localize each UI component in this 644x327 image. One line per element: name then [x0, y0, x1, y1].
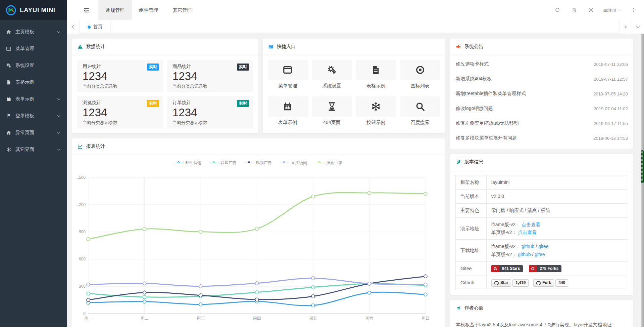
chart-legend: 邮件营销联盟广告视频广告直接访问搜索引擎	[77, 157, 440, 166]
calendar-icon	[6, 96, 12, 102]
stat-label: 用户统计	[83, 64, 158, 70]
quick-entry-icon-list[interactable]: 图标列表	[400, 60, 440, 89]
svg-text:周日: 周日	[422, 316, 430, 321]
refresh-button[interactable]	[549, 0, 566, 20]
quick-entry-button-demo[interactable]: 按钮示例	[356, 96, 396, 126]
demo-iframe-link[interactable]: 点击查看	[522, 222, 540, 227]
stat-value: 1234	[172, 106, 248, 119]
card-title: 版本信息	[464, 159, 483, 165]
brand-logo[interactable]: LAYUI MINI	[0, 0, 67, 20]
sidebar-item-menu-manage[interactable]: 菜单管理	[0, 40, 67, 57]
quick-entry-table-demo[interactable]: 表格示例	[356, 60, 396, 89]
legend-item[interactable]: 邮件营销	[175, 160, 201, 166]
notice-time: 2019-07-04 11:02	[594, 106, 628, 111]
notice-text: 修复多模块菜单栏展开有问题	[456, 135, 517, 141]
gitee-icon: G	[491, 265, 499, 272]
stat-box-views: 浏览统计 1234 当前分类总记录数 实时	[77, 96, 163, 128]
legend-item[interactable]: 视频广告	[245, 160, 272, 166]
calendar-icon	[283, 101, 293, 112]
quick-entry-system-settings[interactable]: 系统设置	[312, 60, 352, 89]
card-title: 数据统计	[86, 44, 105, 50]
github-star-count[interactable]: 1,419	[512, 279, 529, 287]
trash-icon	[572, 7, 577, 13]
download-gitee-link[interactable]: gitee	[538, 244, 548, 249]
quick-entry-label: 按钮示例	[356, 120, 396, 126]
more-menu-button[interactable]	[628, 0, 639, 20]
status-badge: 实时	[147, 100, 159, 107]
hourglass-icon	[327, 101, 337, 112]
stat-desc: 当前分类总记录数	[172, 83, 248, 89]
download-gitee-link[interactable]: gitee	[535, 252, 545, 257]
legend-label: 视频广告	[256, 160, 272, 166]
user-menu[interactable]: admin	[599, 0, 628, 20]
nav-tab-general[interactable]: 常规管理	[98, 0, 132, 20]
dots-vertical-icon	[631, 7, 636, 13]
legend-item[interactable]: 联盟广告	[210, 160, 237, 166]
scrollbar-thumb[interactable]	[641, 150, 644, 183]
chevron-down-icon	[636, 25, 640, 29]
gears-icon	[6, 63, 12, 68]
fullscreen-button[interactable]	[583, 0, 599, 20]
notice-time: 2019-07-05 14:28	[593, 91, 628, 96]
gitee-forks-badge[interactable]: G 278 Forks	[529, 265, 561, 272]
home-icon	[6, 29, 12, 35]
github-fork-button[interactable]: Fork	[533, 279, 554, 287]
quick-entry-404-page[interactable]: 404页面	[312, 96, 352, 126]
tab-label: 首页	[93, 24, 103, 30]
legend-item[interactable]: 搜索引擎	[316, 160, 342, 166]
github-fork-count[interactable]: 440	[555, 279, 568, 287]
gitee-forks-count: 278 Forks	[537, 265, 561, 272]
card-title: 系统公告	[464, 44, 483, 50]
clear-cache-button[interactable]	[566, 0, 583, 20]
notice-item: 修复左侧菜单缩放tab无法移动 2019-06-17 11:55	[456, 116, 628, 131]
notice-card: 系统公告 修改选项卡样式 2019-07-11 23:06 新增系统404模板 …	[450, 39, 633, 149]
framework-name: layuimini	[487, 175, 628, 190]
gitee-stars-count: 941 Stars	[499, 265, 523, 272]
notice-time: 2019-07-11 12:57	[594, 77, 628, 82]
legend-item[interactable]: 直接访问	[281, 160, 307, 166]
quick-entry-menu-manage[interactable]: 菜单管理	[268, 60, 308, 89]
chevron-left-icon	[71, 25, 76, 29]
quick-entry-form-demo[interactable]: 表单示例	[268, 96, 308, 126]
search-icon	[415, 101, 425, 112]
quick-entry-card: 快捷入口 菜单管理 系统设置	[263, 39, 445, 133]
collapse-sidebar-button[interactable]	[80, 0, 93, 20]
sidebar-item-table-demo[interactable]: 表格示例	[0, 74, 67, 91]
quick-entry-label: 菜单管理	[268, 83, 308, 89]
sidebar-item-label: 异常页面	[15, 130, 34, 136]
vertical-scrollbar[interactable]	[641, 34, 644, 327]
tab-scroll-right-button[interactable]	[619, 20, 632, 34]
notice-item: 新增系统404模板 2019-07-11 12:57	[456, 72, 628, 86]
quick-entry-baidu-search[interactable]: 百度搜索	[400, 96, 440, 126]
github-star-button[interactable]: Star	[491, 279, 511, 287]
row-label: 演示地址	[456, 218, 487, 240]
download-github-link[interactable]: github	[522, 244, 534, 249]
demo-spa-link[interactable]: 点击查看	[518, 230, 537, 235]
tab-bar: 首页	[67, 20, 644, 34]
tab-home[interactable]: 首页	[80, 20, 111, 34]
sidebar-item-system-settings[interactable]: 系统设置	[0, 57, 67, 74]
gitee-stars-badge[interactable]: G 941 Stars	[491, 265, 523, 272]
sidebar-item-other-ui[interactable]: 其它界面	[0, 141, 67, 158]
chevron-right-icon	[623, 25, 628, 29]
svg-text:900: 900	[79, 230, 86, 234]
notice-item: 修复多模块菜单栏展开有问题 2019-06-13 14:53	[456, 131, 628, 146]
notice-text: 修改logo缩放问题	[456, 106, 493, 112]
file-icon	[6, 80, 12, 85]
window-icon	[6, 46, 12, 51]
sidebar-item-form-demo[interactable]: 表单示例	[0, 91, 67, 108]
status-badge: 实时	[237, 100, 249, 107]
svg-text:600: 600	[79, 257, 86, 261]
sidebar-item-home-template[interactable]: 主页模板	[0, 24, 67, 40]
svg-text:周二: 周二	[141, 316, 149, 321]
nav-tab-other[interactable]: 其它管理	[165, 0, 199, 20]
sidebar: LAYUI MINI 主页模板 菜单管理 系统设置 表格示例 表单	[0, 0, 67, 327]
sidebar-item-login-template[interactable]: 登录模板	[0, 108, 67, 124]
tab-scroll-left-button[interactable]	[67, 20, 80, 34]
download-github-link[interactable]: github	[518, 252, 531, 257]
tab-options-button[interactable]	[632, 20, 644, 34]
download-line-prefix: iframe版-v2：	[491, 244, 520, 249]
sidebar-item-error-pages[interactable]: 异常页面	[0, 124, 67, 141]
nav-tab-components[interactable]: 组件管理	[132, 0, 165, 20]
stats-card: 数据统计 用户统计 1234 当前分类总记录数 实时 商品统计	[72, 39, 258, 133]
